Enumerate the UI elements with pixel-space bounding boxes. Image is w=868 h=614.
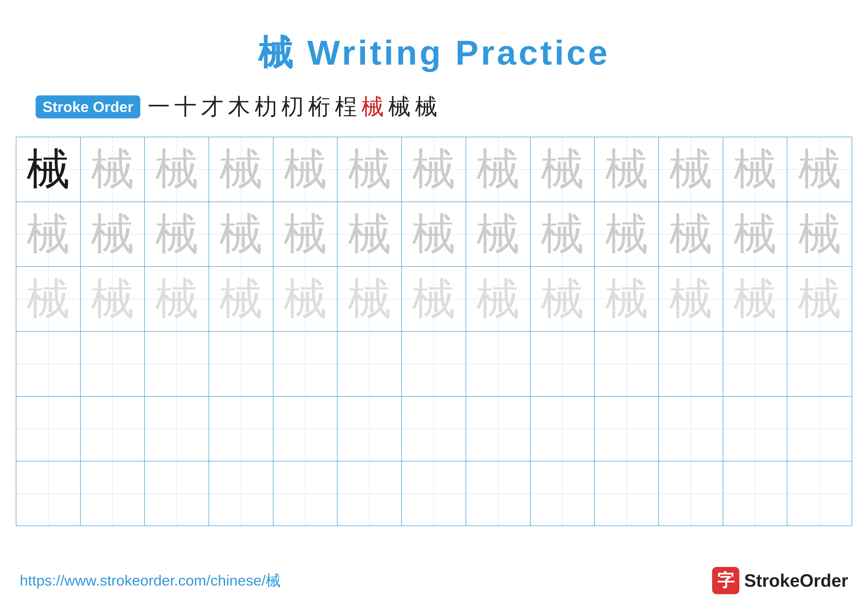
grid-cell[interactable] xyxy=(402,332,466,396)
grid-cell[interactable] xyxy=(595,396,659,461)
grid-cell[interactable] xyxy=(209,462,273,526)
grid-cell[interactable]: 械 xyxy=(338,202,402,266)
char-display: 械 xyxy=(412,148,455,191)
grid-cell[interactable] xyxy=(338,462,402,526)
grid-cell[interactable] xyxy=(81,332,145,396)
grid-cell[interactable] xyxy=(530,462,595,526)
grid-cell[interactable]: 械 xyxy=(659,202,723,266)
grid-cell[interactable] xyxy=(145,396,209,461)
grid-cell[interactable]: 械 xyxy=(81,202,145,266)
grid-cell[interactable]: 械 xyxy=(81,267,145,331)
grid-cell[interactable] xyxy=(723,332,787,396)
grid-cell[interactable]: 械 xyxy=(145,267,209,331)
grid-cell[interactable] xyxy=(723,462,787,526)
grid-cell[interactable] xyxy=(659,462,723,526)
grid-cell[interactable] xyxy=(530,396,595,461)
grid-cell[interactable]: 械 xyxy=(466,267,530,331)
grid-cell[interactable]: 械 xyxy=(16,267,81,331)
grid-cell[interactable]: 械 xyxy=(659,267,723,331)
grid-cell[interactable] xyxy=(273,332,338,396)
grid-cell[interactable] xyxy=(273,396,338,461)
grid-cell[interactable] xyxy=(787,462,852,526)
grid-cell[interactable]: 械 xyxy=(595,137,659,202)
grid-cell[interactable]: 械 xyxy=(16,202,81,266)
grid-cell[interactable]: 械 xyxy=(595,202,659,266)
char-display: 械 xyxy=(541,213,584,256)
grid-cell[interactable]: 械 xyxy=(273,137,338,202)
grid-cell[interactable]: 械 xyxy=(787,267,852,331)
grid-cell[interactable] xyxy=(338,396,402,461)
grid-cell[interactable]: 械 xyxy=(209,202,273,266)
grid-cell[interactable]: 械 xyxy=(530,137,595,202)
char-display: 械 xyxy=(284,213,327,256)
grid-cell[interactable]: 械 xyxy=(787,202,852,266)
grid-cell[interactable]: 械 xyxy=(787,137,852,202)
stroke-order-badge: Stroke Order xyxy=(36,95,140,118)
grid-cell[interactable] xyxy=(466,396,530,461)
char-display: 械 xyxy=(91,213,134,256)
grid-cell[interactable]: 械 xyxy=(595,267,659,331)
grid-cell[interactable] xyxy=(659,332,723,396)
char-display: 械 xyxy=(219,213,262,256)
grid-cell[interactable]: 械 xyxy=(723,202,787,266)
grid-cell[interactable] xyxy=(273,462,338,526)
grid-cell[interactable] xyxy=(81,462,145,526)
grid-cell[interactable] xyxy=(81,396,145,461)
grid-cell[interactable] xyxy=(145,462,209,526)
grid-cell[interactable]: 械 xyxy=(273,202,338,266)
grid-cell[interactable] xyxy=(595,332,659,396)
grid-cell[interactable] xyxy=(145,332,209,396)
char-display: 械 xyxy=(348,277,391,321)
grid-cell[interactable]: 械 xyxy=(338,267,402,331)
grid-cell[interactable] xyxy=(787,396,852,461)
grid-cell[interactable]: 械 xyxy=(209,267,273,331)
grid-cell[interactable] xyxy=(16,396,81,461)
grid-cell[interactable]: 械 xyxy=(530,202,595,266)
grid-cell[interactable]: 械 xyxy=(273,267,338,331)
stroke-1: 一 xyxy=(148,92,170,122)
grid-cell[interactable]: 械 xyxy=(402,202,466,266)
grid-cell[interactable] xyxy=(402,462,466,526)
page: 械 Writing Practice Stroke Order 一 十 才 木 … xyxy=(0,0,868,614)
grid-cell[interactable] xyxy=(16,332,81,396)
grid-cell[interactable] xyxy=(595,462,659,526)
grid-cell[interactable] xyxy=(659,396,723,461)
char-display: 械 xyxy=(605,213,648,256)
grid-cell[interactable]: 械 xyxy=(659,137,723,202)
stroke-order-row: Stroke Order 一 十 才 木 朸 朷 桁 桯 械 械 械 xyxy=(36,92,852,122)
footer: https://www.strokeorder.com/chinese/械 字 … xyxy=(20,567,848,594)
grid-cell[interactable]: 械 xyxy=(338,137,402,202)
grid-cell[interactable]: 械 xyxy=(145,137,209,202)
grid-cell[interactable] xyxy=(466,332,530,396)
grid-cell[interactable]: 械 xyxy=(466,202,530,266)
char-display: 械 xyxy=(798,148,841,191)
grid-cell[interactable]: 械 xyxy=(402,137,466,202)
grid-cell[interactable] xyxy=(466,462,530,526)
grid-cell[interactable]: 械 xyxy=(466,137,530,202)
grid-cell[interactable] xyxy=(787,332,852,396)
char-display: 械 xyxy=(541,277,584,321)
grid-cell[interactable]: 械 xyxy=(723,137,787,202)
page-title: 械 Writing Practice xyxy=(258,30,610,77)
grid-cell[interactable]: 械 xyxy=(530,267,595,331)
char-display: 械 xyxy=(412,213,455,256)
stroke-10: 械 xyxy=(388,92,411,122)
grid-cell[interactable] xyxy=(530,332,595,396)
grid-cell[interactable]: 械 xyxy=(723,267,787,331)
grid-row-3: 械 械 械 械 械 械 械 械 械 xyxy=(16,267,852,332)
grid-cell[interactable]: 械 xyxy=(209,137,273,202)
footer-url[interactable]: https://www.strokeorder.com/chinese/械 xyxy=(20,570,281,591)
grid-cell[interactable]: 械 xyxy=(16,137,81,202)
char-display: 械 xyxy=(26,213,70,256)
grid-cell[interactable] xyxy=(723,396,787,461)
grid-cell[interactable] xyxy=(209,332,273,396)
grid-cell[interactable] xyxy=(209,396,273,461)
grid-cell[interactable]: 械 xyxy=(145,202,209,266)
footer-logo: 字 StrokeOrder xyxy=(712,567,848,594)
char-display: 械 xyxy=(733,277,777,321)
grid-cell[interactable] xyxy=(402,396,466,461)
grid-cell[interactable]: 械 xyxy=(402,267,466,331)
grid-cell[interactable] xyxy=(16,462,81,526)
grid-cell[interactable]: 械 xyxy=(81,137,145,202)
grid-cell[interactable] xyxy=(338,332,402,396)
